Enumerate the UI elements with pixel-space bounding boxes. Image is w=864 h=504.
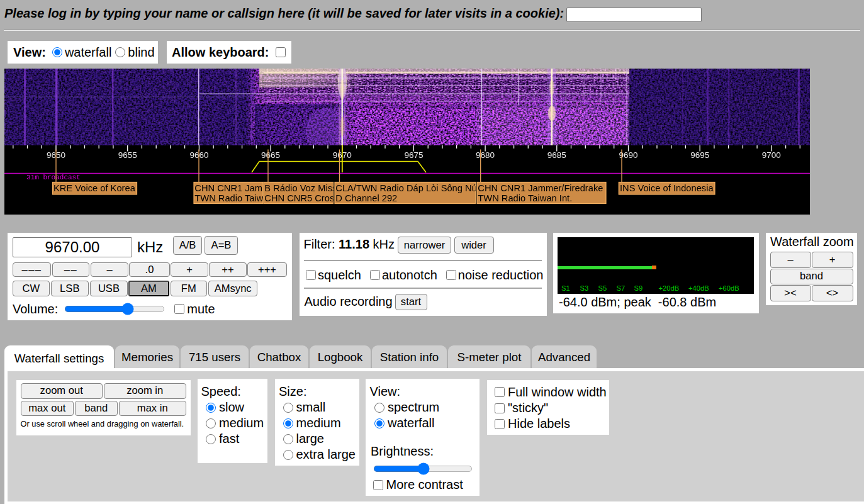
svg-text:INS Voice of Indonesia: INS Voice of Indonesia [620, 183, 714, 193]
svg-text:9680: 9680 [476, 150, 495, 160]
svg-text:9655: 9655 [118, 150, 137, 160]
svg-text:S7: S7 [617, 284, 626, 292]
svg-text:+40dB: +40dB [688, 284, 709, 292]
svg-text:31m broadcast: 31m broadcast [26, 174, 81, 181]
svg-text:D Channel 292: D Channel 292 [335, 193, 397, 203]
svg-text:+20dB: +20dB [659, 284, 680, 292]
svg-text:9700: 9700 [762, 150, 781, 160]
svg-text:TWN Radio Taiwan Int.: TWN Radio Taiwan Int. [478, 193, 572, 203]
svg-text:S5: S5 [598, 284, 607, 292]
svg-text:S9: S9 [634, 284, 643, 292]
svg-text:9675: 9675 [404, 150, 423, 160]
svg-text:KRE Voice of Korea: KRE Voice of Korea [53, 183, 136, 193]
svg-text:9665: 9665 [261, 150, 280, 160]
svg-text:CHN CNR1 Jammer/Firedrake: CHN CNR1 Jammer/Firedrake [478, 183, 603, 193]
svg-text:9685: 9685 [547, 150, 566, 160]
svg-text:CLA/TWN Radio Dáp Lòi Sông Núi: CLA/TWN Radio Dáp Lòi Sông Núi [335, 183, 479, 193]
svg-text:+60dB: +60dB [719, 284, 739, 292]
svg-text:S3: S3 [580, 284, 589, 292]
svg-text:S1: S1 [561, 284, 570, 292]
svg-text:9695: 9695 [690, 150, 709, 160]
